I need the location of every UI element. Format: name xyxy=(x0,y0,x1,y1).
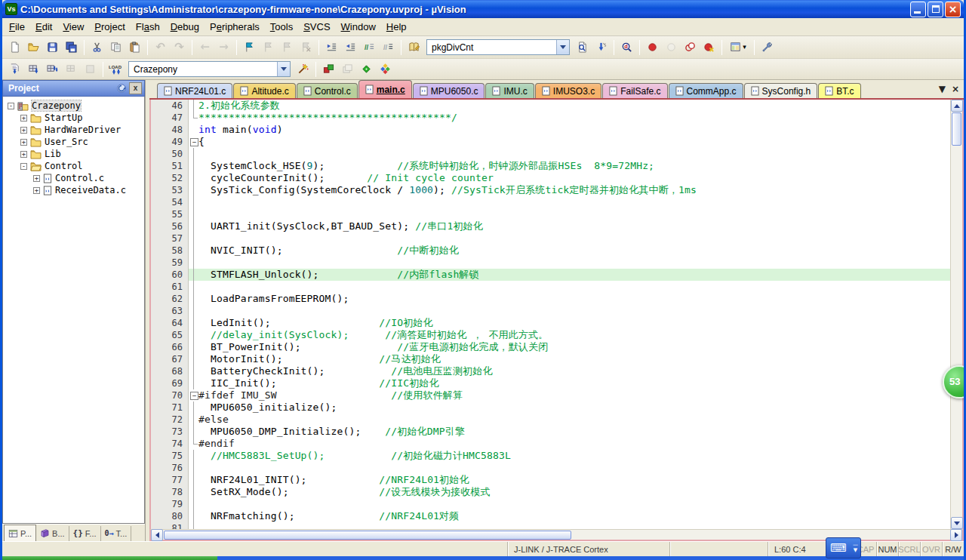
code-line[interactable]: 77 NRF24L01_INIT(); //NRF24L01初始化 xyxy=(151,474,950,486)
code-line-body[interactable]: LedInit(); //IO初始化 xyxy=(189,317,950,329)
breakpoint-disable-all-button[interactable] xyxy=(681,38,700,56)
save-all-button[interactable] xyxy=(62,38,81,56)
code-line[interactable]: 70#ifdef IMU_SW //使用软件解算 xyxy=(151,389,950,402)
scroll-left-button[interactable] xyxy=(151,529,163,541)
line-number[interactable]: 81 xyxy=(151,522,189,529)
code-line-body[interactable]: 2.初始化系统参数 xyxy=(189,100,950,112)
menu-debug[interactable]: Debug xyxy=(165,19,205,35)
tree-item-hardwaredriver[interactable]: +HardWareDriver xyxy=(3,124,144,136)
code-line[interactable]: 48int main(void) xyxy=(151,124,950,136)
code-line-body[interactable]: MotorInit(); //马达初始化 xyxy=(189,353,950,365)
lookup-button[interactable]: d xyxy=(617,38,636,56)
language-bar-controls[interactable]: —▼ xyxy=(853,543,858,553)
tree-item-startup[interactable]: +StartUp xyxy=(3,112,144,124)
code-line[interactable]: 56 UART1_init(SysClock,BT_BAUD_Set); //串… xyxy=(151,220,950,232)
tree-item-lib[interactable]: +Lib xyxy=(3,148,144,160)
line-number[interactable]: 78 xyxy=(151,486,189,498)
code-line-body[interactable]: cycleCounterInit(); // Init cycle counte… xyxy=(189,172,950,184)
close-button[interactable]: × xyxy=(945,2,961,17)
line-number[interactable]: 54 xyxy=(151,196,189,208)
code-editor[interactable]: 462.初始化系统参数47***************************… xyxy=(151,100,950,529)
code-line-body[interactable]: NRFmatching(); //NRF24L01对频 xyxy=(189,510,950,522)
vertical-scrollbar[interactable] xyxy=(950,100,962,529)
scroll-right-button[interactable] xyxy=(950,529,962,541)
code-line[interactable]: 71 MPU6050_initialize(); xyxy=(151,402,950,414)
menu-window[interactable]: Window xyxy=(336,19,381,35)
code-line[interactable]: 55 xyxy=(151,208,950,220)
code-line-body[interactable] xyxy=(189,522,950,529)
code-line[interactable]: 54 xyxy=(151,196,950,208)
tab-failsafe-c[interactable]: FailSafe.c xyxy=(602,83,667,98)
tab-main-c[interactable]: main.c xyxy=(358,80,412,98)
code-line[interactable]: 73 MPU6050_DMP_Initialize(); //初始化DMP引擎 xyxy=(151,426,950,438)
chevron-down-icon[interactable] xyxy=(277,62,290,76)
line-number[interactable]: 73 xyxy=(151,426,189,438)
code-line-body[interactable] xyxy=(189,196,950,208)
menu-flash[interactable]: Flash xyxy=(131,19,165,35)
code-line[interactable]: 58 NVIC_INIT(); //中断初始化 xyxy=(151,245,950,257)
code-line-body[interactable]: SetRX_Mode(); //设无线模块为接收模式 xyxy=(189,486,950,498)
project-view-tab[interactable]: P... xyxy=(4,525,36,541)
copy-button[interactable] xyxy=(106,38,125,56)
taskbar-start-sliver[interactable] xyxy=(2,556,217,560)
code-line-body[interactable]: int main(void) xyxy=(189,124,950,136)
line-number[interactable]: 48 xyxy=(151,124,189,136)
code-line[interactable]: 53 SysTick_Config(SystemCoreClock / 1000… xyxy=(151,184,950,196)
breakpoint-kill-all-button[interactable] xyxy=(700,38,718,56)
code-line[interactable]: 47**************************************… xyxy=(151,112,950,124)
code-line-body[interactable]: //delay_init(SysClock); //滴答延时初始化 ， 不用此方… xyxy=(189,329,950,341)
tab-overflow-button[interactable]: ▼ xyxy=(939,83,946,95)
tab-altitude-c[interactable]: Altitude.c xyxy=(233,83,295,98)
functions-view-tab[interactable]: {}F... xyxy=(69,526,101,541)
code-line[interactable]: 462.初始化系统参数 xyxy=(151,100,950,112)
fold-collapse-icon[interactable] xyxy=(189,389,198,402)
code-line-body[interactable] xyxy=(189,257,950,269)
code-line[interactable]: 76 xyxy=(151,462,950,474)
search-combo[interactable]: pkgDivCnt xyxy=(426,39,570,55)
find-in-files-button[interactable] xyxy=(573,38,592,56)
window-layout-button[interactable]: ▾ xyxy=(725,38,751,56)
tab-close-button[interactable]: × xyxy=(952,83,959,95)
tree-item-control[interactable]: -Control xyxy=(3,160,144,172)
menu-help[interactable]: Help xyxy=(381,19,412,35)
line-number[interactable]: 46 xyxy=(151,100,189,112)
line-number[interactable]: 53 xyxy=(151,184,189,196)
line-number[interactable]: 71 xyxy=(151,402,189,414)
keyboard-icon[interactable]: ⌨ xyxy=(830,543,853,554)
line-number[interactable]: 69 xyxy=(151,377,189,389)
code-line-body[interactable]: LoadParamsFromEEPROM(); xyxy=(189,293,950,305)
horizontal-scroll-thumb[interactable] xyxy=(164,531,571,540)
paste-button[interactable] xyxy=(125,38,144,56)
configure-button[interactable] xyxy=(758,38,777,56)
expand-icon[interactable]: + xyxy=(33,175,40,182)
target-combo[interactable]: Crazepony xyxy=(128,61,291,77)
pack-diamond-button[interactable] xyxy=(376,60,395,78)
line-number[interactable]: 65 xyxy=(151,329,189,341)
code-line[interactable]: 65 //delay_init(SysClock); //滴答延时初始化 ， 不… xyxy=(151,329,950,341)
line-number[interactable]: 70 xyxy=(151,389,189,402)
line-number[interactable]: 66 xyxy=(151,341,189,353)
code-line-body[interactable]: SystemClock_HSE(9); //系统时钟初始化，时钟源外部晶振HSE… xyxy=(189,160,950,172)
tab-imu-c[interactable]: IMU.c xyxy=(485,83,534,98)
expand-icon[interactable]: + xyxy=(20,115,27,122)
code-line-body[interactable] xyxy=(189,498,950,510)
vertical-scroll-track[interactable] xyxy=(951,146,962,517)
vertical-scroll-thumb[interactable] xyxy=(952,112,961,146)
code-line-body[interactable]: { xyxy=(189,136,950,148)
title-bar[interactable]: Vs C:\Documents and Settings\Administrat… xyxy=(2,0,964,18)
line-number[interactable]: 55 xyxy=(151,208,189,220)
code-line-body[interactable]: ****************************************… xyxy=(189,112,950,124)
code-line[interactable]: 49{ xyxy=(151,136,950,148)
indent-button[interactable] xyxy=(322,38,341,56)
line-number[interactable]: 52 xyxy=(151,172,189,184)
code-line-body[interactable]: #ifdef IMU_SW //使用软件解算 xyxy=(189,389,950,402)
code-line[interactable]: 50 xyxy=(151,148,950,160)
language-bar[interactable]: ⌨ —▼ xyxy=(826,537,861,558)
code-line[interactable]: 67 MotorInit(); //马达初始化 xyxy=(151,353,950,365)
expand-icon[interactable]: + xyxy=(33,187,40,194)
fold-collapse-icon[interactable] xyxy=(189,136,198,148)
tree-item-control-c[interactable]: +Control.c xyxy=(3,172,144,184)
uvision-logo-icon[interactable]: Vs xyxy=(5,3,17,15)
bookmark-toggle-button[interactable] xyxy=(240,38,259,56)
menu-project[interactable]: Project xyxy=(89,19,131,35)
